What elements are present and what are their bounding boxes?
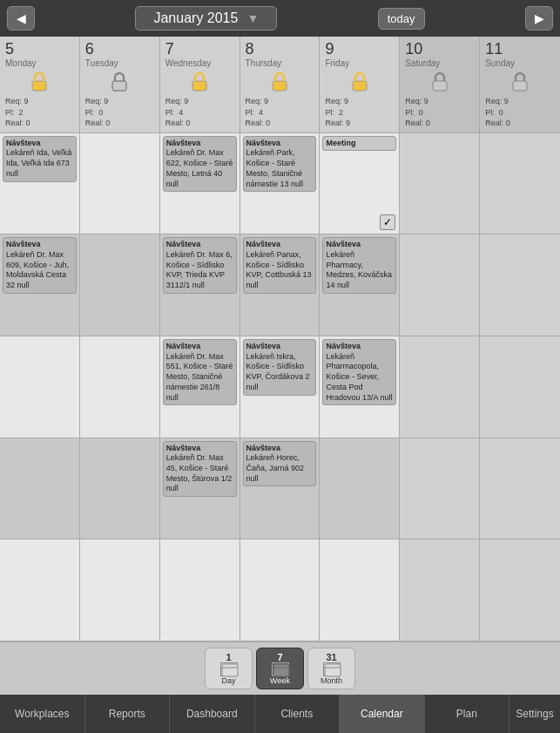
dashboard-nav-button[interactable]: Dashboard [170,695,255,733]
month-icon: 31 [326,652,336,662]
calendar-rows: Návšteva Lekáreň Ida, Veľká Ida, Veľká I… [0,133,560,641]
cell-thu-4[interactable]: Návšteva Lekáreň Horec, Čaňa, Jarná 902 … [240,438,320,540]
svg-rect-6 [433,81,447,91]
svg-rect-8 [222,664,238,676]
event-detail: Lekáreň Park, Košice - Staré Mesto, Stan… [246,148,314,189]
cell-mon-4[interactable] [0,438,80,540]
cell-sun-3[interactable] [480,336,560,438]
event-card[interactable]: Návšteva Lekáreň Dr. Max 6, Košice - Síd… [163,237,237,293]
cell-wed-4[interactable]: Návšteva Lekáreň Dr. Max 45, Košice - St… [160,438,240,540]
cell-wed-1[interactable]: Návšteva Lekáreň Dr. Max 622, Košice - S… [160,133,240,234]
cell-sat-5[interactable] [400,540,480,641]
event-card[interactable]: Návšteva Lekáreň Iskra, Košice - Sídlisk… [243,339,317,395]
cell-tue-3[interactable] [80,336,160,438]
next-button[interactable]: ▶ [525,6,553,31]
event-card[interactable]: Návšteva Lekáreň Pharmacopola, Košice - … [322,339,396,405]
prev-button[interactable]: ◀ [7,6,35,31]
cell-tue-1[interactable] [80,133,160,234]
month-calendar-icon [323,662,341,676]
event-title: Návšteva [166,342,233,352]
event-title: Návšteva [166,444,233,454]
event-title: Návšteva [246,240,314,250]
lock-icon [28,70,51,92]
event-card[interactable]: Meeting [322,136,396,152]
event-card[interactable]: Návšteva Lekáreň Pharmacy, Medzes, Kováč… [322,237,396,293]
day-stats: Req: 9Pl: 2Real: 9 [325,96,394,129]
day-view-button[interactable]: 1 Day [205,648,253,689]
day-name: Sunday [485,58,555,68]
calendar-header: ◀ January 2015 ▼ today ▶ [0,0,560,37]
clients-nav-button[interactable]: Clients [255,695,341,733]
svg-rect-0 [32,81,46,91]
cell-fri-2[interactable]: Návšteva Lekáreň Pharmacy, Medzes, Kováč… [320,234,400,336]
day-stats: Req: 9Pl: 4Real: 0 [246,96,314,129]
day-number: 7 [165,40,234,58]
cell-wed-3[interactable]: Návšteva Lekáreň Dr. Max 551, Košice - S… [160,336,240,438]
cell-sun-4[interactable] [480,438,560,540]
settings-nav-button[interactable]: Settings [509,695,560,733]
checkmark-box[interactable]: ✓ [380,214,395,230]
month-title-text: January 2015 [153,10,238,26]
cell-thu-2[interactable]: Návšteva Lekáreň Panax, Košice - Sídlisk… [240,234,320,336]
event-card[interactable]: Návšteva Lekáreň Dr. Max 45, Košice - St… [163,441,237,497]
svg-rect-12 [325,664,341,676]
cell-fri-3[interactable]: Návšteva Lekáreň Pharmacopola, Košice - … [320,336,400,438]
cell-sun-1[interactable] [480,133,560,234]
day-calendar-icon [220,662,238,676]
cell-wed-5[interactable] [160,540,240,641]
cell-thu-3[interactable]: Návšteva Lekáreň Iskra, Košice - Sídlisk… [240,336,320,438]
cell-wed-2[interactable]: Návšteva Lekáreň Dr. Max 6, Košice - Síd… [160,234,240,336]
event-card[interactable]: Návšteva Lekáreň Park, Košice - Staré Me… [243,136,317,192]
cell-thu-5[interactable] [240,540,320,641]
cell-mon-5[interactable] [0,540,80,641]
cell-tue-5[interactable] [80,540,160,641]
day-name: Friday [325,58,394,68]
day-header-thu: 8 Thursday Req: 9Pl: 4Real: 0 [240,37,320,132]
cell-sun-5[interactable] [480,540,560,641]
day-header-tue: 6 Tuesday Req: 9Pl: 0Real: 0 [80,37,160,132]
svg-rect-5 [353,81,367,91]
cell-thu-1[interactable]: Návšteva Lekáreň Park, Košice - Staré Me… [240,133,320,234]
day-name: Tuesday [85,58,154,68]
day-icon: 1 [226,652,231,662]
workplaces-nav-button[interactable]: Workplaces [0,695,85,733]
cell-fri-1[interactable]: Meeting ✓ [320,133,400,234]
cell-mon-1[interactable]: Návšteva Lekáreň Ida, Veľká Ida, Veľká I… [0,133,80,234]
svg-rect-3 [192,81,206,91]
event-title: Návšteva [246,342,314,352]
cell-mon-3[interactable] [0,336,80,438]
event-card[interactable]: Návšteva Lekáreň Dr. Max 622, Košice - S… [163,136,237,192]
lock-icon [348,70,371,92]
event-card[interactable]: Návšteva Lekáreň Dr. Max 551, Košice - S… [163,339,237,405]
day-number: 10 [405,40,474,58]
cell-sat-2[interactable] [400,234,480,336]
week-view-button[interactable]: 7 Week [256,648,304,689]
event-card[interactable]: Návšteva Lekáreň Panax, Košice - Sídlisk… [243,237,317,293]
today-button[interactable]: today [378,8,425,30]
calendar-nav-button[interactable]: Calendar [340,695,425,733]
cell-fri-4[interactable] [320,438,400,540]
plan-nav-button[interactable]: Plan [425,695,510,733]
cell-sat-4[interactable] [400,438,480,540]
cell-mon-2[interactable]: Návšteva Lekáreň Dr. Max 609, Košice - J… [0,234,80,336]
app-container: ◀ January 2015 ▼ today ▶ 5 Monday Req: 9… [0,0,560,733]
cell-tue-4[interactable] [80,438,160,540]
cell-sun-2[interactable] [480,234,560,336]
event-detail: Lekáreň Dr. Max 45, Košice - Staré Mesto… [166,453,233,494]
event-card[interactable]: Návšteva Lekáreň Horec, Čaňa, Jarná 902 … [243,441,317,487]
day-number: 6 [85,40,154,58]
calendar-label: Calendar [361,708,403,720]
month-view-button[interactable]: 31 Month [307,648,355,689]
event-card[interactable]: Návšteva Lekáreň Dr. Max 609, Košice - J… [3,237,77,293]
cell-sat-3[interactable] [400,336,480,438]
view-toggles: 1 Day 7 Week 31 Month [0,641,560,695]
reports-nav-button[interactable]: Reports [85,695,171,733]
event-card[interactable]: Návšteva Lekáreň Ida, Veľká Ida, Veľká I… [3,136,77,182]
event-detail: Lekáreň Horec, Čaňa, Jarná 902 null [246,453,314,484]
cell-tue-2[interactable] [80,234,160,336]
month-title-display: January 2015 ▼ [135,6,277,31]
cell-fri-5[interactable] [320,540,400,641]
cell-sat-1[interactable] [400,133,480,234]
day-view-label: Day [221,676,235,685]
calendar-row-1: Návšteva Lekáreň Ida, Veľká Ida, Veľká I… [0,133,560,235]
